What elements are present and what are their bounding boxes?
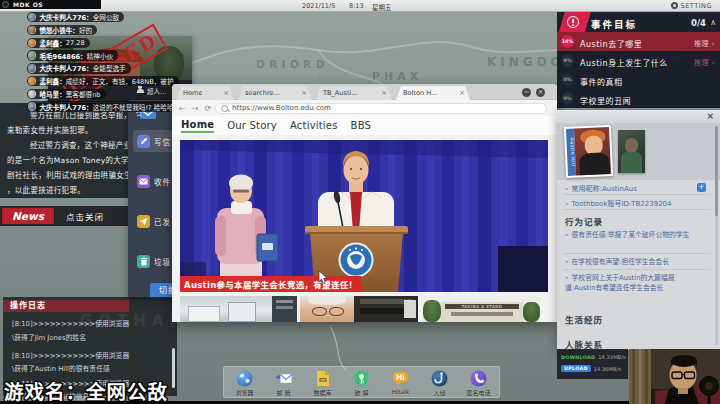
objective-row[interactable]: 0% 事件的真相 [557, 70, 720, 89]
log-scrollbar[interactable] [172, 348, 175, 388]
sent-icon [137, 215, 150, 228]
app-label: 破 解 [355, 388, 369, 397]
objectives-panel: ! 事件目标 0/4 ∧ 14% Austin去了哪里 推理 › 0% Aust… [557, 12, 720, 108]
app-intrude[interactable]: 入侵 [420, 370, 459, 397]
chat-user: 孟利鑫： [39, 38, 65, 48]
compare-icon[interactable]: + [697, 183, 706, 192]
austin-photo[interactable]: Austin Hill [564, 125, 613, 178]
thumbnail-woman[interactable] [300, 296, 418, 322]
back-icon[interactable]: ← [179, 104, 186, 113]
news-line: ，以此要挟进行犯罪。 [7, 184, 85, 195]
write-icon [137, 135, 150, 148]
chat-user: 毛毛964866： [39, 51, 86, 61]
tab-searchresult[interactable]: searchre...× [238, 86, 312, 100]
section-behavior: 行为记录 [565, 215, 603, 227]
avatar [28, 102, 36, 110]
news-line: 来勒索女性并实施犯罪。 [7, 124, 93, 135]
hitalk-icon: Hi [392, 370, 409, 387]
behavior-item[interactable]: •学校官网上关于Austin的大篇幅报道:Austin有希望连任学生会会长 [565, 273, 697, 294]
download-value: 14.33MB/s [598, 354, 625, 360]
behavior-item[interactable]: •很有责任感:举报了某个破坏公物的学生 [565, 230, 697, 240]
close-profile-icon[interactable]: × [706, 111, 714, 121]
objective-row[interactable]: 0% Austin身上发生了什么 推理 › [557, 51, 720, 70]
chat-text: 精神小伙 [87, 51, 113, 61]
news-badge: News [2, 208, 54, 224]
minimize-button[interactable]: − [522, 88, 531, 97]
gear-icon [671, 2, 678, 9]
app-mail[interactable]: 邮 箱 [264, 370, 303, 397]
app-label: 数据库 [313, 388, 331, 397]
tab-close-icon[interactable]: × [381, 89, 387, 97]
mail-icon [275, 370, 292, 387]
mail-menu-label: 垃圾 [154, 256, 171, 267]
chat-message: 孟利鑫：成绩好，正文，有钱，648NB，被护 [27, 76, 179, 86]
app-anoncall[interactable]: 匿名电话 [459, 370, 498, 397]
thumbnail-building[interactable]: TAKING A STAND [423, 296, 540, 322]
dock-taskbar: 浏览器 邮 箱 数据库 破 解 Hi Hitalk 入侵 匿名电话 [223, 366, 500, 398]
system-weekday: 星期五 [372, 2, 392, 12]
nav-bbs[interactable]: BBS [351, 120, 372, 131]
close-window-button[interactable]: × [536, 88, 545, 97]
reload-icon[interactable]: ⟳ [204, 104, 211, 113]
tab-label: Home [183, 89, 202, 97]
chat-user: 大庆卡判人776： [39, 63, 92, 73]
objectives-header[interactable]: ! 事件目标 0/4 ∧ [557, 12, 720, 32]
browser-icon [236, 370, 253, 387]
deduce-link[interactable]: 推理 › [694, 38, 715, 48]
stream-brand-underline [0, 9, 101, 11]
chat-user: 大庆卡判人776： [39, 12, 92, 22]
news-close-button[interactable]: 点击关闭 [66, 210, 104, 222]
browser-addressbar: ← → ⟳ https://www.Bolton.edu.com [172, 100, 557, 116]
second-photo[interactable] [618, 130, 645, 173]
database-icon [314, 370, 331, 387]
chat-message: 大庆卡判人776：这说的不就是我吗!? 哈哈哈 [27, 101, 179, 111]
stream-brand-name: MDK OS [13, 1, 43, 8]
url-field[interactable]: https://www.Bolton.edu.com [215, 103, 547, 114]
mouse-cursor [318, 271, 328, 284]
objective-row[interactable]: 0% 学校里的丑闻 [557, 89, 720, 108]
app-label: 邮 箱 [277, 388, 291, 397]
log-entry: \获得了Jim Jones的姓名 [12, 332, 86, 342]
site-nav: Home Our Story Activities BBS [172, 116, 566, 135]
network-meter: DOWNLOAD14.33MB/s UPLOAD14.36MB/s [557, 349, 628, 379]
nav-our-story[interactable]: Our Story [227, 120, 277, 131]
objective-row[interactable]: 14% Austin去了哪里 推理 › [557, 32, 720, 51]
nav-home[interactable]: Home [181, 119, 214, 133]
avatar [28, 90, 36, 98]
thumbnail-office[interactable] [180, 296, 297, 322]
upload-label: UPLOAD [561, 365, 591, 372]
chat-user: 孟利鑫： [39, 76, 65, 86]
browser-window: Home× searchre...× TB_Austi...× Bolton H… [172, 84, 557, 322]
mail-menu-label: 写信 [154, 136, 171, 147]
objectives-title: 事件目标 [591, 17, 637, 31]
chat-text: 黑客都很nb [66, 89, 101, 99]
profile-scrollbar[interactable] [715, 126, 718, 216]
tab-bolton[interactable]: Bolton H...× [396, 86, 470, 100]
tab-tb-austin[interactable]: TB_Austi...× [316, 86, 392, 100]
deduce-link[interactable]: 推理 › [694, 57, 715, 67]
objective-label: Austin去了哪里 [580, 38, 642, 49]
chat-user: 大庆卡判人776： [39, 102, 92, 112]
chat-user: 愤怒小铁牛： [39, 25, 79, 35]
tab-label: Bolton H... [403, 89, 437, 97]
forward-icon[interactable]: → [192, 104, 199, 113]
tab-home[interactable]: Home× [176, 86, 234, 100]
settings-button[interactable]: SETTING [671, 2, 712, 10]
app-browser[interactable]: 浏览器 [225, 370, 264, 397]
chat-message: 哈马里：黑客都很nb [27, 89, 106, 99]
tab-close-icon[interactable]: × [301, 89, 307, 97]
nav-activities[interactable]: Activities [290, 120, 338, 131]
app-crack[interactable]: 破 解 [342, 370, 381, 397]
chat-text: 全网公敌 [93, 12, 119, 22]
url-text: https://www.Bolton.edu.com [232, 104, 331, 112]
tab-close-icon[interactable]: × [459, 89, 465, 97]
collapse-icon[interactable]: ∧ [710, 18, 716, 27]
tab-close-icon[interactable]: × [223, 89, 229, 97]
system-time: 8:13 [349, 2, 364, 10]
app-hitalk[interactable]: Hi Hitalk [381, 370, 420, 395]
mail-menu-label: 收件 [154, 176, 171, 187]
stream-logo-icon [2, 1, 9, 8]
app-label: Hitalk [392, 388, 409, 395]
app-database[interactable]: 数据库 [303, 370, 342, 397]
behavior-item[interactable]: •在学校很有声望:担任学生会会长 [565, 257, 697, 267]
